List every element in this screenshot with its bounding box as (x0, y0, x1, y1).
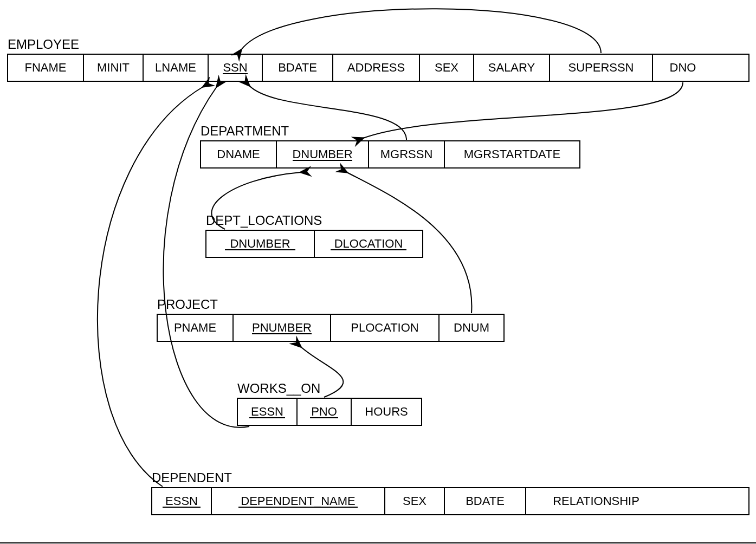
employee-attr-lname: LNAME (155, 61, 196, 74)
employee-attr-superssn: SUPERSSN (568, 61, 634, 74)
workson-row: ESSN PNO HOURS (237, 398, 422, 425)
dependent-row: ESSN DEPENDENT_NAME SEX BDATE RELATIONSH… (152, 488, 749, 515)
dependent-attr-sex: SEX (403, 494, 427, 508)
employee-attr-salary: SALARY (488, 61, 535, 74)
department-attr-mgrssn: MGRSSN (380, 147, 433, 161)
workson-attr-hours: HOURS (365, 405, 408, 418)
project-row: PNAME PNUMBER PLOCATION DNUM (157, 314, 504, 341)
project-attr-pnumber: PNUMBER (252, 321, 312, 334)
employee-attr-dno: DNO (670, 61, 696, 74)
employee-attr-fname: FNAME (25, 61, 67, 74)
department-attr-dnumber: DNUMBER (292, 147, 352, 161)
schema-diagram: EMPLOYEE FNAME MINIT LNAME SSN BDATE ADD… (0, 0, 756, 544)
arrow-dno-to-dnumber (363, 82, 683, 138)
employee-attr-ssn: SSN (223, 61, 247, 74)
dependent-attr-relationship: RELATIONSHIP (553, 494, 639, 508)
deptloc-title: DEPT_LOCATIONS (206, 213, 322, 228)
employee-attr-address: ADDRESS (347, 61, 405, 74)
dependent-attr-depname: DEPENDENT_NAME (241, 494, 355, 508)
deptloc-attr-dnumber: DNUMBER (230, 237, 290, 250)
deptloc-row: DNUMBER DLOCATION (206, 230, 423, 257)
project-attr-plocation: PLOCATION (351, 321, 419, 334)
deptloc-attr-dlocation: DLOCATION (334, 237, 403, 250)
department-attr-mgrstartdate: MGRSTARTDATE (464, 147, 560, 161)
project-title: PROJECT (157, 297, 218, 312)
employee-attr-sex: SEX (435, 61, 458, 74)
arrow-superssn-to-ssn (241, 9, 601, 53)
dependent-title: DEPENDENT (152, 470, 232, 485)
project-attr-pname: PNAME (174, 321, 216, 334)
svg-rect-10 (652, 54, 749, 81)
arrow-dependent-essn-to-employee-ssn (98, 87, 203, 487)
dependent-attr-essn: ESSN (165, 494, 198, 508)
dependent-attr-bdate: BDATE (466, 494, 505, 508)
workson-attr-essn: ESSN (251, 405, 283, 418)
department-title: DEPARTMENT (201, 124, 289, 138)
workson-attr-pno: PNO (311, 405, 337, 418)
employee-row: FNAME MINIT LNAME SSN BDATE ADDRESS SEX … (8, 54, 749, 81)
department-attr-dname: DNAME (217, 147, 260, 161)
employee-attr-bdate: BDATE (278, 61, 317, 74)
employee-title: EMPLOYEE (8, 37, 79, 51)
department-row: DNAME DNUMBER MGRSSN MGRSTARTDATE (201, 141, 580, 168)
project-attr-dnum: DNUM (454, 321, 489, 334)
workson-title: WORKS__ON (237, 381, 320, 396)
employee-attr-minit: MINIT (97, 61, 130, 74)
